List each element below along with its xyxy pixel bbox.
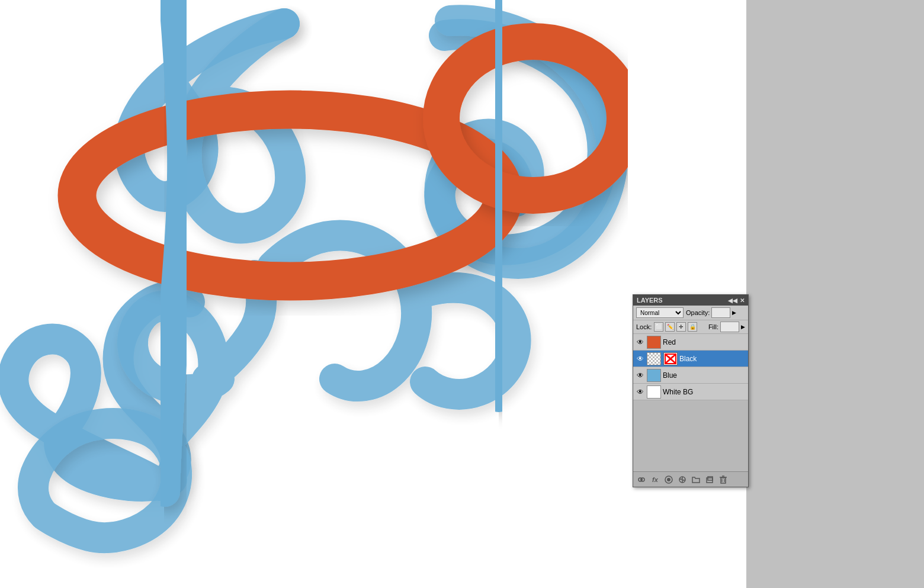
collapse-icon[interactable]: ◀◀ [728,297,737,304]
visibility-eye-red[interactable]: 👁 [636,338,645,347]
lock-all-icon[interactable]: 🔒 [688,322,697,332]
layer-row-white-bg[interactable]: 👁 White BG [633,384,748,400]
layer-row-blue[interactable]: 👁 Blue [633,367,748,384]
canvas-area [0,0,628,588]
opacity-label: Opacity: [686,309,710,316]
opacity-arrow[interactable]: ▶ [732,310,736,316]
lock-transparent-icon[interactable]: ⬜ [654,322,663,332]
panel-title: LAYERS [637,297,663,304]
mask-icon[interactable] [663,474,674,485]
panel-titlebar-icons: ◀◀ ✕ [728,297,745,304]
layer-name-blue: Blue [663,371,746,380]
layers-bottom-bar: fx [633,471,748,487]
layer-thumb-blue [647,369,661,382]
layer-mask-black [663,352,678,365]
close-icon[interactable]: ✕ [740,297,745,304]
fill-section: Fill: 100% ▶ [708,322,745,332]
adjustment-icon[interactable] [677,474,688,485]
right-panel-bg [746,0,924,588]
layer-row-black[interactable]: 👁 Black [633,351,748,367]
delete-icon[interactable] [718,474,729,485]
layers-panel: LAYERS ◀◀ ✕ Normal Multiply Screen Overl… [633,294,749,487]
artwork-svg [0,0,628,588]
svg-rect-12 [708,477,713,480]
new-layer-icon[interactable] [704,474,715,485]
layer-name-black: Black [679,355,746,363]
layer-thumb-white-bg [647,385,661,399]
svg-rect-13 [721,478,726,483]
link-icon[interactable] [636,474,647,485]
lock-image-icon[interactable]: ✏️ [665,322,675,332]
layers-empty-space [633,400,748,471]
lock-row: Lock: ⬜ ✏️ ✛ 🔒 Fill: 100% ▶ [633,320,748,334]
layer-name-red: Red [663,338,746,346]
folder-icon[interactable] [691,474,701,485]
visibility-eye-blue[interactable]: 👁 [636,371,645,380]
layer-row-red[interactable]: 👁 Red [633,334,748,351]
visibility-eye-black[interactable]: 👁 [636,354,645,364]
lock-icons: ⬜ ✏️ ✛ 🔒 [654,322,697,332]
blend-mode-row: Normal Multiply Screen Overlay Opacity: … [633,306,748,320]
layer-list: 👁 Red 👁 Black 👁 B [633,334,748,471]
fill-input[interactable]: 100% [720,322,739,332]
svg-rect-4 [665,354,676,364]
layer-thumb-red [647,336,661,349]
fill-arrow[interactable]: ▶ [741,324,745,330]
panel-titlebar: LAYERS ◀◀ ✕ [633,295,748,306]
blend-mode-select[interactable]: Normal Multiply Screen Overlay [636,307,684,318]
layer-name-white-bg: White BG [663,388,746,396]
fill-label: Fill: [708,323,718,330]
svg-line-2 [666,355,675,363]
opacity-input[interactable]: 47% [711,307,730,318]
svg-rect-9 [667,478,670,481]
lock-position-icon[interactable]: ✛ [676,322,686,332]
opacity-section: Opacity: 47% ▶ [686,307,736,318]
svg-line-3 [666,355,675,363]
visibility-eye-white-bg[interactable]: 👁 [636,387,645,397]
lock-label: Lock: [636,323,652,330]
layer-thumb-black [647,352,661,365]
fx-icon[interactable]: fx [650,474,660,485]
